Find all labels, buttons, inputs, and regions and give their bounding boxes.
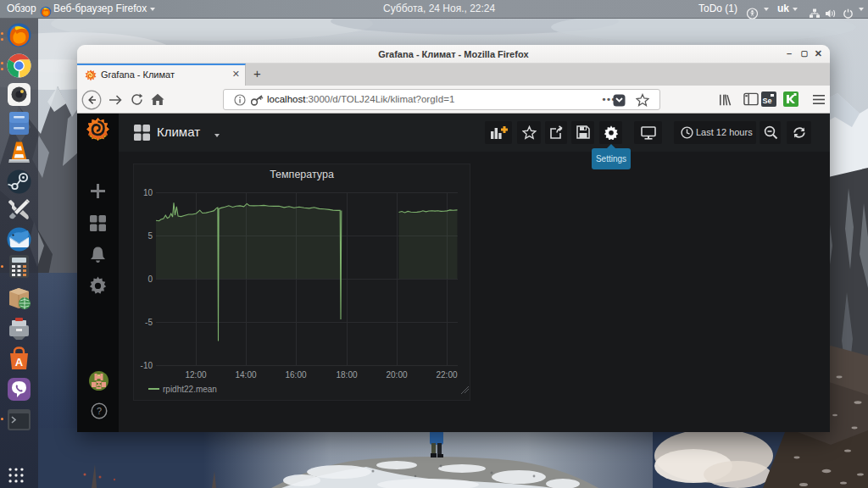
svg-text:A: A [15, 356, 24, 369]
svg-text:12:00: 12:00 [185, 370, 206, 380]
svg-text:20:00: 20:00 [386, 370, 407, 380]
svg-text:Se: Se [762, 97, 771, 105]
svg-text:5: 5 [147, 231, 153, 241]
svg-text:-10: -10 [141, 361, 153, 370]
svg-text:16:00: 16:00 [285, 370, 306, 380]
svg-text:10: 10 [143, 188, 153, 197]
svg-text:18:00: 18:00 [336, 370, 357, 380]
svg-text:-5: -5 [145, 318, 153, 327]
svg-text:22:00: 22:00 [436, 370, 457, 380]
svg-text:?: ? [97, 406, 102, 416]
svg-text:14:00: 14:00 [235, 370, 256, 380]
svg-text:0: 0 [147, 274, 153, 284]
